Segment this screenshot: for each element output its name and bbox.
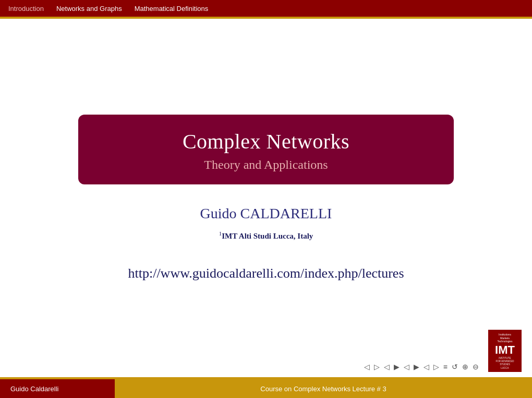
footer-right: Course on Complex Networks Lecture # 3 (115, 379, 532, 398)
slide-title-main: Complex Networks (120, 129, 412, 154)
footer-course-info: Course on Complex Networks Lecture # 3 (260, 385, 386, 393)
nav-next2-button[interactable]: ▶ (413, 362, 420, 372)
nav-back-button[interactable]: ◁ (422, 362, 430, 372)
top-navigation: Introduction Networks and Graphs Mathema… (0, 0, 532, 17)
nav-menu-button[interactable]: ≡ (442, 362, 449, 372)
footer-left: Guido Caldarelli (0, 379, 115, 398)
author-section: Guido CALDARELLI 1IMT Alti Studi Lucca, … (200, 205, 332, 245)
imt-subtitle: INSTITUTEFOR ADVANCEDSTUDIESLUCCA (495, 357, 514, 370)
footer-author: Guido Caldarelli (10, 385, 59, 393)
nav-item-networks-graphs[interactable]: Networks and Graphs (56, 5, 122, 13)
nav-next-section-button[interactable]: ▶ (393, 362, 401, 372)
imt-small-text: InstitutionsMarketsTechnologies (497, 333, 512, 343)
title-box: Complex Networks Theory and Applications (78, 115, 454, 184)
nav-zoom-out-button[interactable]: ⊖ (471, 362, 480, 372)
imt-logo-box: InstitutionsMarketsTechnologies IMT INST… (488, 330, 522, 372)
nav-prev2-button[interactable]: ◁ (403, 362, 410, 372)
main-content-area: Complex Networks Theory and Applications… (0, 19, 532, 377)
nav-prev-section-button[interactable]: ◁ (383, 362, 391, 372)
bottom-bar: Guido Caldarelli Course on Complex Netwo… (0, 379, 532, 398)
affiliation-text: IMT Alti Studi Lucca, Italy (222, 232, 313, 240)
url-text[interactable]: http://www.guidocaldarelli.com/index.php… (128, 266, 404, 281)
affiliation: 1IMT Alti Studi Lucca, Italy (200, 230, 332, 241)
nav-item-math-definitions[interactable]: Mathematical Definitions (135, 5, 209, 13)
author-name: Guido CALDARELLI (200, 205, 332, 222)
nav-controls[interactable]: ◁ ▷ ◁ ▶ ◁ ▶ ◁ ▷ ≡ ↺ ⊕ ⊖ (363, 362, 480, 372)
nav-first-button[interactable]: ◁ (363, 362, 371, 372)
nav-refresh-button[interactable]: ↺ (451, 362, 459, 372)
nav-zoom-in-button[interactable]: ⊕ (461, 362, 469, 372)
slide-title-sub: Theory and Applications (120, 158, 412, 172)
imt-letters: IMT (495, 344, 515, 356)
nav-forward-button[interactable]: ▷ (432, 362, 440, 372)
nav-item-introduction[interactable]: Introduction (8, 5, 44, 13)
imt-logo: InstitutionsMarketsTechnologies IMT INST… (488, 330, 522, 372)
nav-prev-button[interactable]: ▷ (373, 362, 381, 372)
